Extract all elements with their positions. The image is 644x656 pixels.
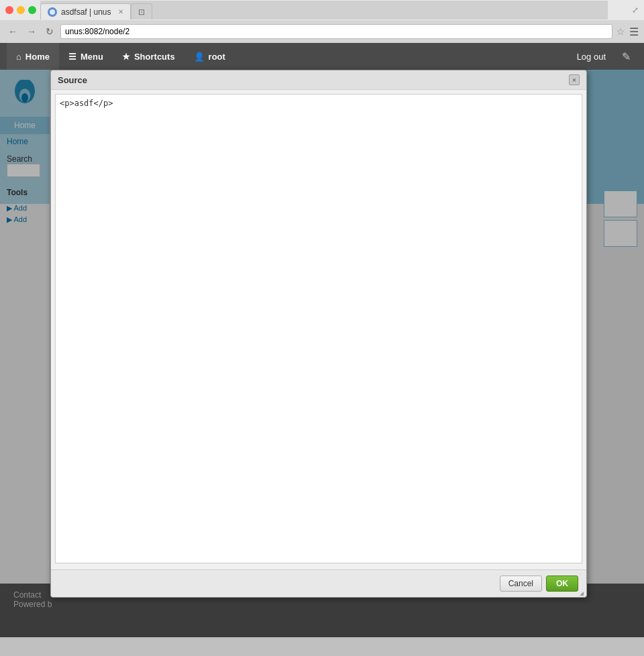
reload-button[interactable]: ↻ <box>43 25 56 38</box>
tab-favicon <box>48 7 57 17</box>
dialog-title: Source <box>58 75 87 85</box>
browser-menu-button[interactable]: ☰ <box>629 25 639 38</box>
minimize-window-button[interactable] <box>17 6 25 14</box>
drupal-navbar: ⌂ Home ☰ Menu ★ Shortcuts 👤 root Log out… <box>0 43 644 70</box>
home-icon: ⌂ <box>16 52 21 62</box>
svg-point-0 <box>50 9 55 15</box>
user-nav-item[interactable]: 👤 root <box>184 43 235 70</box>
cancel-button[interactable]: Cancel <box>500 576 542 592</box>
modal-overlay: Source × Cancel OK ◢ <box>0 70 644 637</box>
window-controls <box>5 6 36 14</box>
user-icon: 👤 <box>194 52 205 62</box>
bookmark-button[interactable]: ☆ <box>616 26 625 37</box>
resize-icon[interactable]: ⤢ <box>632 5 639 15</box>
new-tab-button[interactable]: ⊡ <box>131 3 152 19</box>
star-icon: ★ <box>122 52 130 62</box>
close-window-button[interactable] <box>5 6 13 14</box>
source-dialog: Source × Cancel OK ◢ <box>50 70 587 598</box>
tab-close-button[interactable]: ✕ <box>118 8 123 15</box>
shortcuts-nav-item[interactable]: ★ Shortcuts <box>113 43 184 70</box>
home-nav-item[interactable]: ⌂ Home <box>7 43 59 70</box>
menu-icon: ☰ <box>68 52 76 62</box>
maximize-window-button[interactable] <box>28 6 36 14</box>
user-nav-label: root <box>209 52 225 62</box>
source-textarea[interactable] <box>55 94 582 563</box>
logout-button[interactable]: Log out <box>568 52 615 62</box>
page-background: Home Home Search Tools ▶ Add ▶ Add Conta… <box>0 70 644 637</box>
dialog-header: Source × <box>51 70 586 90</box>
forward-button[interactable]: → <box>24 25 39 38</box>
title-bar: asdfsaf | unus ✕ ⊡ ⤢ <box>0 0 644 20</box>
address-bar: ← → ↻ ☆ ☰ <box>0 20 644 43</box>
menu-nav-item[interactable]: ☰ Menu <box>59 43 113 70</box>
edit-icon[interactable]: ✎ <box>615 50 637 63</box>
back-button[interactable]: ← <box>5 25 20 38</box>
dialog-footer: Cancel OK ◢ <box>51 569 586 597</box>
url-input[interactable] <box>60 24 612 39</box>
shortcuts-nav-label: Shortcuts <box>134 52 175 62</box>
tab-title: asdfsaf | unus <box>61 7 111 17</box>
browser-tab[interactable]: asdfsaf | unus ✕ <box>40 3 131 19</box>
dialog-close-button[interactable]: × <box>569 74 580 85</box>
dialog-body <box>51 90 586 569</box>
menu-nav-label: Menu <box>80 52 103 62</box>
resize-handle[interactable]: ◢ <box>580 590 586 597</box>
ok-button[interactable]: OK <box>546 576 578 592</box>
home-nav-label: Home <box>25 52 50 62</box>
new-tab-icon: ⊡ <box>138 7 145 17</box>
